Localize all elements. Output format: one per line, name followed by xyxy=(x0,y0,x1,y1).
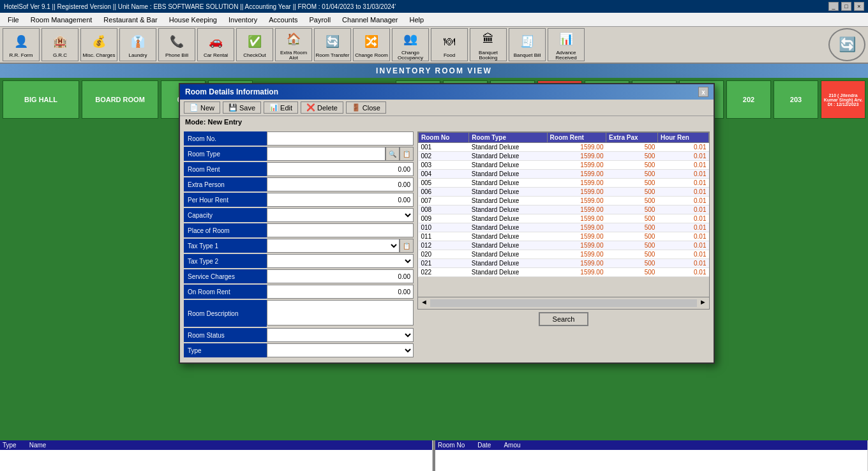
table-row[interactable]: 009 Standard Deluxe 1599.00 500 0.01 xyxy=(419,214,709,223)
table-row[interactable]: 012 Standard Deluxe 1599.00 500 0.01 xyxy=(419,241,709,250)
toolbar-checkout[interactable]: ✅ CheckOut xyxy=(236,28,273,61)
place-of-room-input[interactable] xyxy=(267,223,414,237)
modal-edit-button[interactable]: 📊 Edit xyxy=(264,101,298,114)
modal-close-button2[interactable]: 🚪 Close xyxy=(346,101,386,114)
table-nav-right[interactable]: ► xyxy=(700,298,707,308)
close-label: Close xyxy=(363,104,380,112)
table-row[interactable]: 005 Standard Deluxe 1599.00 500 0.01 xyxy=(419,179,709,188)
cell-room-type: Standard Deluxe xyxy=(469,241,547,250)
toolbar-extra-room[interactable]: 🏠 Extra Room Alot xyxy=(275,28,312,61)
modal-new-button[interactable]: 📄 New xyxy=(184,101,220,114)
type-select[interactable] xyxy=(267,343,414,357)
room-rent-input[interactable] xyxy=(267,162,414,176)
menu-house-keeping[interactable]: House Keeping xyxy=(164,15,222,25)
tax-type-1-add-btn[interactable]: 📋 xyxy=(400,239,414,253)
table-row[interactable]: 004 Standard Deluxe 1599.00 500 0.01 xyxy=(419,170,709,179)
service-charges-input[interactable] xyxy=(267,269,414,283)
toolbar-phone-bill[interactable]: 📞 Phone Bill xyxy=(158,28,195,61)
toolbar-banquet-booking[interactable]: 🏛 Banquet Booking xyxy=(470,28,507,61)
maximize-btn[interactable]: □ xyxy=(841,2,851,11)
toolbar-grc[interactable]: 🏨 G.R.C xyxy=(41,28,79,61)
cell-room-rent: 1599.00 xyxy=(547,170,606,179)
room-210[interactable]: 210 ( Jitendra Kumar Singh) Arv. Dt : 12… xyxy=(821,80,865,119)
table-nav-scroll[interactable] xyxy=(430,299,697,307)
minimize-btn[interactable]: _ xyxy=(828,2,839,11)
room-type-input[interactable] xyxy=(267,147,385,161)
toolbar-misc-charges[interactable]: 💰 Misc. Charges xyxy=(80,28,117,61)
cell-room-rent: 1599.00 xyxy=(547,232,606,241)
menu-restaurant-bar[interactable]: Restaurant & Bar xyxy=(98,15,162,25)
room-202[interactable]: 202 xyxy=(726,80,771,119)
banquet-bill-icon: 🧾 xyxy=(517,31,537,52)
toolbar-change-room[interactable]: 🔀 Change Room xyxy=(353,28,390,61)
menu-room-management[interactable]: Room Management xyxy=(26,15,98,25)
room-big-hall[interactable]: BIG HALL xyxy=(3,80,79,119)
capacity-select[interactable] xyxy=(267,208,414,222)
search-btn-row: Search xyxy=(417,312,710,326)
room-board-room[interactable]: BOARD ROOM xyxy=(82,80,158,119)
menu-help[interactable]: Help xyxy=(405,15,430,25)
per-hour-rent-input[interactable] xyxy=(267,193,414,207)
menu-payroll[interactable]: Payroll xyxy=(304,15,336,25)
toolbar-car-rental[interactable]: 🚗 Car Rental xyxy=(197,28,234,61)
cell-room-no: 022 xyxy=(419,268,469,277)
refresh-icon: 🔄 xyxy=(839,36,856,53)
cell-extra-pax: 500 xyxy=(606,143,657,152)
modal-title: Room Details Information xyxy=(185,87,278,96)
cell-room-rent: 1599.00 xyxy=(547,143,606,152)
table-row[interactable]: 006 Standard Deluxe 1599.00 500 0.01 xyxy=(419,188,709,197)
table-row[interactable]: 003 Standard Deluxe 1599.00 500 0.01 xyxy=(419,161,709,170)
on-room-rent-label: On Room Rent xyxy=(184,285,267,299)
toolbar-change-occupancy[interactable]: 👥 Chango Occupancy xyxy=(392,28,429,61)
table-row[interactable]: 021 Standard Deluxe 1599.00 500 0.01 xyxy=(419,259,709,268)
table-row[interactable]: 007 Standard Deluxe 1599.00 500 0.01 xyxy=(419,197,709,206)
search-button[interactable]: Search xyxy=(539,312,589,326)
table-scroll-area[interactable]: Room No Room Type Room Rent Extra Pax Ho… xyxy=(417,131,710,297)
toolbar-laundry[interactable]: 👔 Laundry xyxy=(119,28,156,61)
room-status-select[interactable] xyxy=(267,328,414,342)
capacity-label: Capacity xyxy=(184,208,267,222)
table-row[interactable]: 011 Standard Deluxe 1599.00 500 0.01 xyxy=(419,232,709,241)
room-type-search-btn[interactable]: 🔍 xyxy=(385,147,400,161)
modal-delete-button[interactable]: ❌ Delete xyxy=(301,101,343,114)
extra-person-input[interactable] xyxy=(267,177,414,191)
toolbar-advance-received[interactable]: 📊 Advance Received xyxy=(548,28,585,61)
room-transfer-label: Room Transfer xyxy=(316,53,350,58)
tax-type-1-select[interactable] xyxy=(267,239,400,253)
tax-type-2-select[interactable] xyxy=(267,254,414,268)
room-type-add-btn[interactable]: 📋 xyxy=(400,147,414,161)
table-nav-left[interactable]: ◄ xyxy=(421,298,428,308)
app-title: HotelSof Ver 9.1 || Registered Version |… xyxy=(4,3,396,10)
table-row[interactable]: 001 Standard Deluxe 1599.00 500 0.01 xyxy=(419,143,709,152)
refresh-button[interactable]: 🔄 xyxy=(828,28,865,61)
menu-channel-manager[interactable]: Channel Manager xyxy=(337,15,403,25)
table-row[interactable]: 022 Standard Deluxe 1599.00 500 0.01 xyxy=(419,268,709,277)
toolbar-room-transfer[interactable]: 🔄 Room Transfer xyxy=(314,28,351,61)
toolbar-food[interactable]: 🍽 Food xyxy=(431,28,468,61)
table-row[interactable]: 002 Standard Deluxe 1599.00 500 0.01 xyxy=(419,152,709,161)
table-row[interactable]: 010 Standard Deluxe 1599.00 500 0.01 xyxy=(419,223,709,232)
extra-person-label: Extra Person xyxy=(184,177,267,191)
table-row[interactable]: 008 Standard Deluxe 1599.00 500 0.01 xyxy=(419,206,709,214)
new-label: New xyxy=(200,104,214,112)
room-203[interactable]: 203 xyxy=(774,80,818,119)
modal-close-button[interactable]: x xyxy=(698,87,708,97)
rr-form-label: R.R. Form xyxy=(10,53,33,58)
room-no-input[interactable] xyxy=(267,131,414,146)
on-room-rent-input[interactable] xyxy=(267,285,414,299)
room-description-input[interactable] xyxy=(267,300,414,325)
table-row[interactable]: 020 Standard Deluxe 1599.00 500 0.01 xyxy=(419,250,709,259)
toolbar-rr-form[interactable]: 👤 R.R. Form xyxy=(3,28,40,61)
menu-file[interactable]: File xyxy=(3,15,24,25)
close-btn-app[interactable]: × xyxy=(854,2,864,11)
toolbar-banquet-bill[interactable]: 🧾 Banquet Bill xyxy=(509,28,546,61)
banquet-booking-icon: 🏛 xyxy=(478,29,498,49)
cell-extra-pax: 500 xyxy=(606,214,657,223)
menu-accounts[interactable]: Accounts xyxy=(264,15,303,25)
misc-charges-label: Misc. Charges xyxy=(82,53,115,58)
menu-inventory[interactable]: Inventory xyxy=(223,15,262,25)
on-room-rent-row: On Room Rent xyxy=(184,285,414,299)
advance-received-label: Advance Received xyxy=(548,50,584,61)
modal-save-button[interactable]: 💾 Save xyxy=(223,101,261,114)
laundry-label: Laundry xyxy=(129,53,147,58)
